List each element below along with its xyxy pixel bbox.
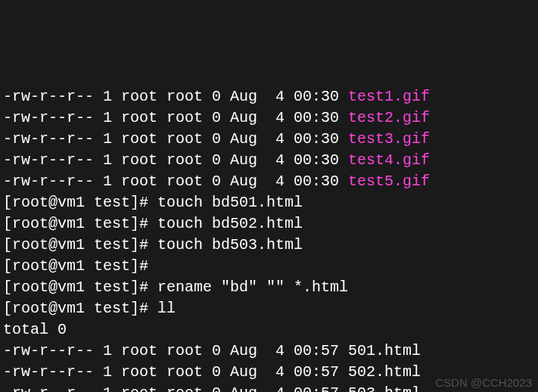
file-entry: -rw-r--r-- 1 root root 0 Aug 4 00:30 tes… <box>3 129 535 150</box>
file-entry: -rw-r--r-- 1 root root 0 Aug 4 00:30 tes… <box>3 86 535 107</box>
command-text: rename "bd" "" *.html <box>148 278 348 296</box>
command-text: touch bd503.html <box>148 236 303 254</box>
file-entry: -rw-r--r-- 1 root root 0 Aug 4 00:30 tes… <box>3 150 535 171</box>
shell-prompt: [root@vm1 test]# <box>3 278 148 296</box>
terminal-output: -rw-r--r-- 1 root root 0 Aug 4 00:30 tes… <box>3 86 535 392</box>
prompt-line[interactable]: [root@vm1 test]# <box>3 256 535 277</box>
filename: 501.html <box>348 342 421 359</box>
file-entry: -rw-r--r-- 1 root root 0 Aug 4 00:30 tes… <box>3 107 535 129</box>
filename: test5.gif <box>348 173 430 190</box>
prompt-line[interactable]: [root@vm1 test]# touch bd501.html <box>3 192 535 213</box>
filename: test3.gif <box>348 130 430 148</box>
shell-prompt: [root@vm1 test]# <box>3 257 148 275</box>
file-entry: -rw-r--r-- 1 root root 0 Aug 4 00:57 501… <box>3 341 535 362</box>
prompt-line[interactable]: [root@vm1 test]# ll <box>3 298 535 319</box>
command-text: touch bd502.html <box>148 215 303 232</box>
filename: test4.gif <box>348 151 430 169</box>
filename: 503.html <box>348 384 421 392</box>
shell-prompt: [root@vm1 test]# <box>3 194 148 211</box>
watermark: CSDN @CCH2023 <box>435 375 532 390</box>
prompt-line[interactable]: [root@vm1 test]# touch bd502.html <box>3 213 535 235</box>
filename: test1.gif <box>348 88 430 105</box>
command-text: touch bd501.html <box>148 194 303 211</box>
total-line: total 0 <box>3 319 535 341</box>
command-text: ll <box>148 300 176 317</box>
file-entry: -rw-r--r-- 1 root root 0 Aug 4 00:30 tes… <box>3 171 535 192</box>
shell-prompt: [root@vm1 test]# <box>3 236 148 254</box>
prompt-line[interactable]: [root@vm1 test]# touch bd503.html <box>3 235 535 256</box>
filename: test2.gif <box>348 109 430 126</box>
prompt-line[interactable]: [root@vm1 test]# rename "bd" "" *.html <box>3 277 535 298</box>
shell-prompt: [root@vm1 test]# <box>3 300 148 317</box>
filename: 502.html <box>348 363 421 381</box>
shell-prompt: [root@vm1 test]# <box>3 215 148 232</box>
